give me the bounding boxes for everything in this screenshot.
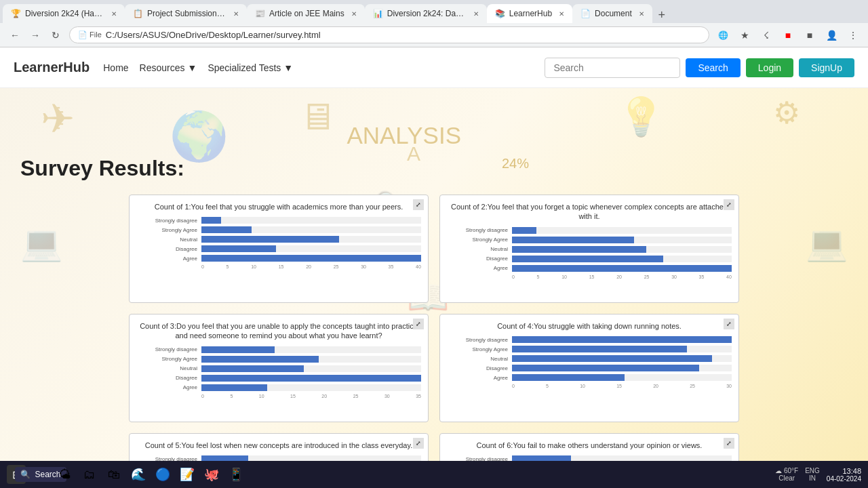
bar-fill — [512, 265, 732, 272]
bar-track — [512, 365, 732, 371]
taskbar-whatsapp[interactable]: 📱 — [226, 465, 245, 484]
taskbar-explorer[interactable]: 🗂 — [80, 465, 99, 484]
tab-bar: 🏆Diversion 2k24 (Hacker Gu...✕📋Project S… — [0, 0, 868, 23]
bar-track — [201, 384, 421, 391]
bookmark-icon[interactable]: ★ — [736, 27, 753, 43]
navbar: LearnerHub Home Resources ▼ Specialized … — [0, 47, 868, 88]
taskbar-lang: ENGIN — [805, 467, 820, 482]
bar-track — [201, 375, 421, 382]
tab-close-0[interactable]: ✕ — [111, 10, 117, 18]
bar-track — [512, 336, 732, 343]
bar-row: Disagree — [136, 375, 421, 382]
search-button[interactable]: Search — [686, 58, 740, 77]
file-icon: 📄 File — [78, 30, 102, 39]
chart-title-5: Count of 5:You feel lost when new concep… — [136, 441, 421, 450]
address-text: C:/Users/ASUS/OneDrive/Desktop/Learner/s… — [106, 30, 701, 40]
browser-tab-4[interactable]: 📚LearnerHub✕ — [487, 4, 572, 23]
bar-label: Strongly disagree — [136, 218, 197, 224]
new-tab-button[interactable]: + — [652, 7, 671, 23]
extensions-icon[interactable]: ■ — [802, 27, 818, 43]
back-button[interactable]: ← — [7, 27, 23, 43]
chart-expand-6[interactable]: ⤢ — [724, 438, 734, 449]
nav-specialized-tests[interactable]: Specialized Tests ▼ — [208, 62, 293, 73]
bar-row: Strongly Agree — [447, 346, 732, 352]
forward-button[interactable]: → — [27, 27, 43, 43]
tab-label-2: Article on JEE Mains — [269, 9, 344, 18]
taskbar-vscode[interactable]: 📝 — [178, 465, 197, 484]
chart-axis-3: 05101520253035 — [136, 394, 421, 399]
chart-expand-1[interactable]: ⤢ — [413, 199, 424, 210]
doodle-laptop2: 💻 — [806, 224, 848, 263]
chart-title-1: Count of 1:You feel that you struggle wi… — [136, 202, 421, 211]
chart-axis-2: 0510152025303540 — [447, 274, 732, 279]
chart-expand-3[interactable]: ⤢ — [413, 319, 424, 329]
taskbar-chrome[interactable]: 🔵 — [153, 465, 172, 484]
bar-label: Disagree — [136, 246, 197, 252]
tab-close-4[interactable]: ✕ — [559, 10, 564, 18]
bar-row: Strongly Agree — [447, 237, 732, 243]
chart-axis-1: 0510152025303540 — [136, 264, 421, 269]
extension-icon[interactable]: ☇ — [758, 27, 774, 43]
browser-bar: ← → ↻ 📄 File C:/Users/ASUS/OneDrive/Desk… — [0, 23, 868, 47]
bar-label: Neutral — [136, 237, 197, 243]
chart-expand-5[interactable]: ⤢ — [413, 438, 424, 449]
nav-home[interactable]: Home — [103, 62, 128, 73]
menu-icon[interactable]: ⋮ — [845, 27, 861, 43]
nav-links: Home Resources ▼ Specialized Tests ▼ — [103, 62, 293, 73]
doodle-laptop: 💻 — [20, 224, 62, 263]
taskbar-search[interactable]: 🔍 Search — [31, 465, 50, 484]
taskbar-store[interactable]: 🛍 — [104, 465, 123, 484]
tab-label-0: Diversion 2k24 (Hacker Gu... — [25, 9, 104, 18]
chart-title-2: Count of 2:You feel that you forget a to… — [447, 202, 732, 222]
tab-close-5[interactable]: ✕ — [639, 10, 644, 18]
tab-close-2[interactable]: ✕ — [351, 10, 357, 18]
bar-row: Strongly Agree — [136, 356, 421, 363]
login-button[interactable]: Login — [746, 58, 793, 77]
reload-button[interactable]: ↻ — [47, 27, 64, 43]
taskbar-widgets[interactable]: 🌤 — [56, 465, 75, 484]
translate-icon[interactable]: 🌐 — [715, 27, 731, 43]
bar-track — [201, 365, 421, 372]
tab-label-4: LearnerHub — [509, 9, 552, 18]
browser-tab-0[interactable]: 🏆Diversion 2k24 (Hacker Gu...✕ — [3, 4, 125, 23]
signup-button[interactable]: SignUp — [799, 58, 854, 77]
doodle-plane: ✈ — [41, 95, 75, 142]
taskbar-date: 04-02-2024 — [827, 475, 861, 483]
bar-row: Neutral — [447, 355, 732, 362]
bar-chart-3: Strongly disagree Strongly Agree Neutral… — [136, 346, 421, 399]
bar-fill — [201, 255, 421, 262]
chart-title-3: Count of 3:Do you feel that you are unab… — [136, 321, 421, 341]
address-bar[interactable]: 📄 File C:/Users/ASUS/OneDrive/Desktop/Le… — [69, 26, 709, 43]
browser-tab-2[interactable]: 📰Article on JEE Mains✕ — [247, 4, 365, 23]
bar-row: Agree — [136, 255, 421, 262]
bar-label: Strongly Agree — [136, 356, 197, 362]
brand-logo[interactable]: LearnerHub — [14, 60, 90, 75]
tab-label-3: Diversion 2k24: Dashboard... — [387, 9, 467, 18]
taskbar-github[interactable]: 🐙 — [202, 465, 221, 484]
taskbar-edge[interactable]: 🌊 — [129, 465, 148, 484]
bar-chart-4: Strongly disagree Strongly Agree Neutral… — [447, 336, 732, 388]
browser-tab-3[interactable]: 📊Diversion 2k24: Dashboard...✕ — [365, 4, 487, 23]
taskbar-right: ☁ 60°FClear ENGIN 13:48 04-02-2024 — [775, 467, 861, 483]
chart-title-6: Count of 6:You fail to make others under… — [447, 441, 732, 450]
tab-close-3[interactable]: ✕ — [473, 10, 479, 18]
browser-controls: ← → ↻ — [7, 27, 64, 43]
tab-close-1[interactable]: ✕ — [233, 10, 239, 18]
adblock-icon[interactable]: ■ — [780, 27, 796, 43]
bar-track — [201, 245, 421, 252]
bar-track — [201, 226, 421, 233]
nav-resources[interactable]: Resources ▼ — [140, 62, 197, 73]
search-input[interactable] — [545, 58, 680, 78]
chart-expand-4[interactable]: ⤢ — [724, 319, 734, 329]
browser-tab-5[interactable]: 📄Document✕ — [572, 4, 652, 23]
profile-icon[interactable]: 👤 — [823, 27, 840, 43]
chart-title-4: Count of 4:You struggle with taking down… — [447, 321, 732, 331]
bar-fill — [201, 217, 221, 224]
bar-label: Disagree — [447, 365, 508, 371]
chart-card-4: Count of 4:You struggle with taking down… — [439, 314, 739, 422]
bar-fill — [512, 374, 625, 381]
bar-label: Strongly disagree — [447, 227, 508, 233]
chart-expand-2[interactable]: ⤢ — [724, 199, 734, 210]
browser-tab-1[interactable]: 📋Project Submission - Dev...✕ — [125, 4, 247, 23]
taskbar: ⊞ 🔍 Search 🌤 🗂 🛍 🌊 🔵 📝 🐙 📱 ☁ 60°FClear E… — [0, 461, 868, 488]
